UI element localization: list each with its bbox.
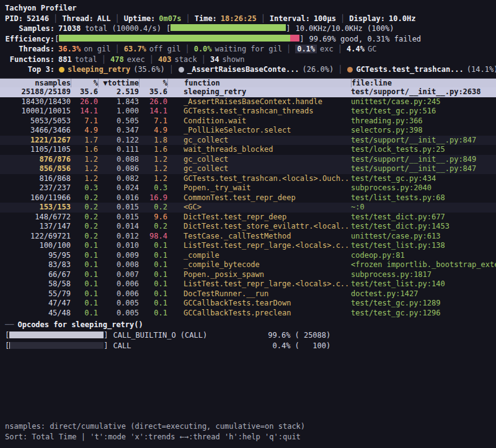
stat-label: exec <box>127 55 145 64</box>
table-row[interactable]: 1221/12671.70.1221.8gc_collecttest/suppo… <box>0 136 496 146</box>
table-row[interactable]: 83/830.10.0080.1_compile_bytecode<frozen… <box>0 260 496 270</box>
cell-tottime: 0.014 <box>98 222 139 232</box>
efficiency-line: Efficiency: [] 99.69% good, 0.31% failed <box>5 34 496 45</box>
cell-direct-pct: 0.1 <box>71 270 98 280</box>
table-row[interactable]: 153/1530.20.0150.2<GC>~:0 <box>0 203 496 213</box>
col-tottime-sorted[interactable]: ▼tottime <box>98 79 139 88</box>
table-row[interactable]: 856/8561.20.0861.2gc_collecttest/support… <box>0 164 496 174</box>
cell-tottime: 0.088 <box>98 155 139 165</box>
cell-tottime: 0.086 <box>98 164 139 174</box>
cell-function: Popen._posix_spawn <box>167 270 351 280</box>
profiler-screen: Tachyon Profiler PID: 52146 │ Thread: AL… <box>0 0 496 448</box>
col-file-line[interactable]: file:line <box>351 79 496 88</box>
cell-direct-pct: 7.1 <box>71 116 98 126</box>
threads-stats: 36.3%on gil│63.7%off gil│0.0%waiting for… <box>58 45 376 53</box>
samples-rate: 10.0KHz/10.0KHz (100%) <box>295 24 394 33</box>
cell-cumulative-pct: 14.1 <box>139 107 167 116</box>
opcodes-title: Opcodes for sleeping_retry() <box>17 320 143 329</box>
cell-nsamples: 100/100 <box>5 241 71 251</box>
display-label: Display: <box>349 14 385 23</box>
cell-tottime: 0.009 <box>98 251 139 261</box>
col-cumulative-pct[interactable]: % <box>139 79 167 88</box>
cell-cumulative-pct: 0.2 <box>139 203 167 213</box>
cell-nsamples: 25188/25189 <box>5 87 71 97</box>
opcode-count: ( 25088) <box>294 331 330 340</box>
table-row[interactable]: 45/480.10.0050.1GCCallbackTests.preclean… <box>0 309 496 318</box>
col-nsamples[interactable]: nsamples <box>5 79 71 88</box>
samples-count: 71038 <box>58 24 81 33</box>
cell-tottime: 2.519 <box>98 87 139 97</box>
cell-cumulative-pct: 0.1 <box>139 270 167 280</box>
cell-function: Condition.wait <box>167 116 351 126</box>
table-row[interactable]: 137/1470.20.0140.2DictTest.test_store_ev… <box>0 222 496 232</box>
cell-function: DocTestRunner.__run <box>167 289 351 299</box>
cell-cumulative-pct: 0.1 <box>139 309 167 318</box>
stat-value: 36.3% <box>58 45 81 53</box>
cell-function: _compile <box>167 251 351 261</box>
bar-left-bracket: [ <box>166 24 170 33</box>
app-title: Tachyon Profiler <box>5 4 77 12</box>
bar-right-bracket: ] <box>104 331 108 340</box>
cell-direct-pct: 26.0 <box>71 97 98 107</box>
stat-value: 63.7% <box>124 45 146 53</box>
table-row[interactable]: 148/67720.20.0159.6DictTest.test_repr_de… <box>0 213 496 222</box>
cell-file-line: <frozen importlib._bootstrap_externa <box>351 260 496 270</box>
cell-nsamples: 83/83 <box>5 260 71 270</box>
cell-tottime: 0.111 <box>98 145 139 155</box>
separator: │ <box>110 45 123 53</box>
cell-file-line: test/test_list.py:140 <box>351 279 496 289</box>
separator: │ <box>257 14 270 23</box>
table-row[interactable]: 816/8681.20.0821.2GCTests.test_trashcan.… <box>0 174 496 184</box>
cell-file-line: test/support/__init__.py:847 <box>351 164 496 174</box>
table-row[interactable]: 160/119660.20.01616.9CommonTest.test_rep… <box>0 193 496 203</box>
samples-bar-fill <box>170 24 286 31</box>
table-row[interactable]: 25188/2518935.62.51935.6sleeping_retryte… <box>0 87 496 97</box>
table-row[interactable]: 3466/34664.90.3474.9_PollLikeSelector.se… <box>0 126 496 136</box>
top-function-name: _AssertRaisesBaseConte... <box>187 65 299 74</box>
efficiency-good-fill <box>59 35 290 42</box>
cell-cumulative-pct: 35.6 <box>139 87 167 97</box>
col-direct-pct[interactable]: % <box>71 79 98 88</box>
cell-file-line: selectors.py:398 <box>351 126 496 136</box>
table-header: nsamples % ▼tottime % function file:line <box>0 78 496 88</box>
cell-direct-pct: 4.9 <box>71 126 98 136</box>
cell-nsamples: 1221/1267 <box>5 136 71 146</box>
cell-function: Popen._try_wait <box>167 183 351 193</box>
cell-file-line: unittest/case.py:613 <box>351 232 496 242</box>
table-row[interactable]: 237/2370.30.0240.3Popen._try_waitsubproc… <box>0 183 496 193</box>
stat-value: 403 <box>158 55 172 64</box>
table-row[interactable]: 55/790.10.0060.1DocTestRunner.__rundocte… <box>0 289 496 299</box>
status-line: PID: 52146 │ Thread: ALL │ Uptime: 0m07s… <box>5 14 496 24</box>
samples-bar <box>170 24 286 31</box>
pid-label: PID: <box>5 14 23 23</box>
table-row[interactable]: 1105/11051.60.1111.6wait_threads_blocked… <box>0 145 496 155</box>
table-row[interactable]: 66/670.10.0070.1Popen._posix_spawnsubpro… <box>0 270 496 280</box>
table-row[interactable]: 18430/1843026.01.84326.0_AssertRaisesBas… <box>0 97 496 107</box>
efficiency-summary: 99.69% good, 0.31% failed <box>309 35 421 43</box>
table-row[interactable]: 47/470.10.0050.1GCCallbackTests.tearDown… <box>0 299 496 309</box>
cell-direct-pct: 0.2 <box>71 213 98 222</box>
bar-right-bracket: ] <box>286 24 290 33</box>
table-row[interactable]: 95/950.10.0090.1_compilecodeop.py:81 <box>0 251 496 261</box>
top-function-name: GCTests.test_trashcan... <box>356 65 463 74</box>
col-function[interactable]: function <box>167 79 351 88</box>
separator: │ <box>111 14 124 23</box>
table-row[interactable]: 122/697210.20.01298.4TestCase._callTestM… <box>0 232 496 242</box>
separator: │ <box>181 14 194 23</box>
separator-dashes: ── <box>5 320 14 329</box>
table-row[interactable]: 5053/50537.10.5057.1Condition.waitthread… <box>0 116 496 126</box>
stat-value: 34 <box>210 55 219 64</box>
cell-tottime: 0.007 <box>98 270 139 280</box>
cell-direct-pct: 1.2 <box>71 155 98 165</box>
cell-nsamples: 10001/10015 <box>5 107 71 116</box>
cell-nsamples: 137/147 <box>5 222 71 232</box>
thread-selector-value[interactable]: ALL <box>97 14 111 23</box>
cell-cumulative-pct: 0.2 <box>139 222 167 232</box>
functions-stats: 881total│478exec│403stack│34shown <box>58 55 245 64</box>
stat-label: exc <box>320 45 334 53</box>
gold-medal-icon <box>59 67 64 72</box>
table-row[interactable]: 58/580.10.0060.1ListTest.test_repr_large… <box>0 279 496 289</box>
table-row[interactable]: 100/1000.10.0100.1ListTest.test_repr_lar… <box>0 241 496 251</box>
table-row[interactable]: 10001/1001514.11.00014.1GCTests.test_tra… <box>0 107 496 116</box>
table-row[interactable]: 876/8761.20.0881.2gc_collecttest/support… <box>0 155 496 165</box>
